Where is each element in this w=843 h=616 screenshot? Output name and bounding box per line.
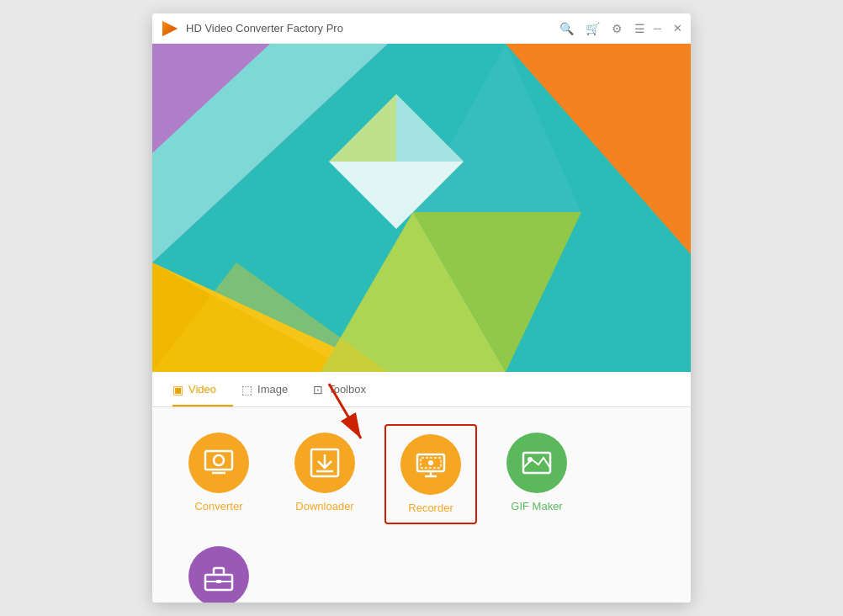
toolbox-icon — [202, 560, 236, 593]
tool-recorder[interactable]: Recorder — [384, 424, 477, 524]
svg-marker-1 — [162, 21, 178, 36]
gif-maker-icon — [520, 446, 554, 480]
cart-icon[interactable]: 🛒 — [586, 22, 600, 35]
gif-maker-icon-bg — [506, 433, 567, 493]
svg-point-29 — [528, 457, 533, 462]
menu-icon[interactable]: ☰ — [634, 22, 645, 35]
recorder-icon — [414, 448, 448, 481]
close-button[interactable]: ✕ — [673, 22, 682, 35]
tools-grid: Converter Downloader — [152, 407, 691, 603]
svg-point-25 — [428, 460, 433, 465]
tool-downloader[interactable]: Downloader — [278, 424, 371, 521]
svg-rect-32 — [216, 580, 221, 583]
converter-icon-bg — [188, 433, 249, 493]
converter-icon — [202, 446, 236, 480]
search-icon[interactable]: 🔍 — [559, 22, 574, 35]
svg-rect-17 — [205, 451, 232, 470]
recorder-label: Recorder — [408, 502, 453, 514]
tab-video-label: Video — [188, 383, 216, 396]
app-title: HD Video Converter Factory Pro — [186, 22, 559, 35]
tab-image[interactable]: ⬚ Image — [241, 372, 305, 406]
image-tab-icon: ⬚ — [241, 383, 252, 396]
titlebar: HD Video Converter Factory Pro 🔍 🛒 ⚙ ☰ ─… — [152, 13, 691, 44]
converter-label: Converter — [194, 500, 242, 512]
toolbox-icon-bg — [188, 546, 249, 603]
recorder-icon-bg — [400, 434, 461, 495]
downloader-label: Downloader — [295, 500, 353, 512]
downloader-icon — [308, 446, 342, 480]
window-controls: ─ ✕ — [654, 22, 682, 35]
video-tab-icon: ▣ — [172, 383, 183, 396]
tool-gif-maker[interactable]: GIF Maker — [490, 424, 583, 521]
tool-converter[interactable]: Converter — [172, 424, 265, 521]
app-logo — [161, 19, 179, 38]
tab-image-label: Image — [257, 383, 288, 396]
tab-video[interactable]: ▣ Video — [172, 372, 233, 406]
category-tabs: ▣ Video ⬚ Image ⊡ Toolbox — [152, 372, 691, 407]
toolbox-tab-icon: ⊡ — [313, 383, 323, 396]
tool-toolbox[interactable]: Toolbox — [172, 538, 265, 603]
main-window: HD Video Converter Factory Pro 🔍 🛒 ⚙ ☰ ─… — [152, 13, 691, 603]
gif-maker-label: GIF Maker — [511, 500, 562, 512]
toolbar-icons: 🔍 🛒 ⚙ ☰ — [559, 22, 645, 35]
tab-toolbox[interactable]: ⊡ Toolbox — [313, 372, 383, 406]
tab-toolbox-label: Toolbox — [328, 383, 366, 396]
downloader-icon-bg — [294, 433, 355, 493]
svg-point-18 — [214, 455, 224, 465]
minimize-button[interactable]: ─ — [654, 22, 661, 35]
settings-icon[interactable]: ⚙ — [612, 22, 623, 35]
hero-banner — [152, 44, 691, 372]
